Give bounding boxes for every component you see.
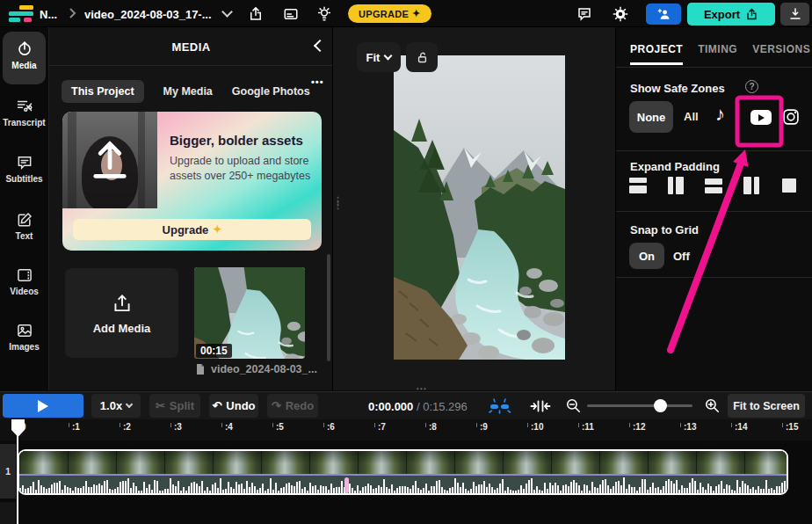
zoom-out-icon[interactable]	[565, 397, 582, 414]
captions-icon[interactable]	[283, 6, 299, 22]
current-time: 0:00.000	[368, 400, 413, 413]
media-panel-scrollbar[interactable]	[327, 254, 330, 361]
timeline: 0:1:2:3:4:5:6:7:8:9:10:11:12:13:14:15 1	[0, 419, 812, 524]
snap-to-grid-label: Snap to Grid	[630, 223, 699, 237]
upload-arrow-icon	[87, 135, 133, 186]
inspector-tabs: PROJECT TIMING VERSIONS	[630, 43, 810, 65]
chevron-down-icon[interactable]	[221, 6, 233, 18]
transcript-icon	[16, 98, 33, 115]
fit-to-screen-button[interactable]: Fit to Screen	[728, 394, 805, 418]
tab-google-photos[interactable]: Google Photos	[232, 80, 310, 103]
sidebar-item-videos[interactable]: Videos	[0, 266, 48, 296]
close-gap-icon[interactable]	[530, 398, 551, 414]
banner-upgrade-button[interactable]: Upgrade ✦	[73, 219, 311, 240]
download-button[interactable]	[780, 3, 809, 25]
timeline-zoom-slider[interactable]	[587, 404, 692, 407]
video-preview[interactable]	[394, 55, 565, 360]
add-collaborator-button[interactable]	[646, 4, 681, 25]
videos-icon	[16, 266, 33, 284]
export-label: Export	[704, 8, 740, 21]
banner-title: Bigger, bolder assets	[170, 133, 315, 148]
fit-dropdown[interactable]: Fit	[357, 42, 401, 72]
safe-zone-none-button[interactable]: None	[629, 101, 673, 133]
undo-button[interactable]: ↶ Undo	[209, 394, 258, 418]
export-share-icon	[745, 8, 758, 21]
panel-resize-handle[interactable]: ⋮⋮	[333, 199, 343, 207]
tab-timing[interactable]: TIMING	[698, 43, 737, 65]
share-icon[interactable]	[248, 6, 264, 22]
padding-all-icon[interactable]	[780, 177, 798, 194]
comments-icon[interactable]	[576, 6, 592, 22]
breadcrumb-project-name[interactable]: video_2024-08-03_17-...	[84, 8, 212, 21]
snap-on-button[interactable]: On	[629, 243, 664, 269]
upgrade-label: UPGRADE	[359, 9, 409, 19]
audio-waveform	[19, 476, 787, 493]
media-tabs: This Project My Media Google Photos	[62, 80, 310, 103]
playback-speed-dropdown[interactable]: 1.0x	[91, 394, 141, 418]
play-button[interactable]	[3, 394, 83, 418]
preview-video-frame	[394, 55, 565, 360]
zoom-slider-knob[interactable]	[654, 399, 667, 412]
media-panel-title: MEDIA	[49, 40, 333, 54]
upgrade-banner[interactable]: Bigger, bolder assets Upgrade to upload …	[62, 112, 322, 251]
text-edit-icon	[16, 211, 33, 229]
unlock-aspect-button[interactable]	[406, 42, 438, 72]
inspector-panel: PROJECT TIMING VERSIONS Show Safe Zones …	[615, 27, 812, 390]
youtube-icon[interactable]	[750, 110, 772, 125]
scissors-icon: ✂	[156, 399, 165, 412]
playhead-marker[interactable]	[11, 419, 25, 438]
tab-my-media[interactable]: My Media	[163, 80, 213, 103]
sidebar-item-media[interactable]: Media	[3, 32, 46, 84]
banner-description: Upgrade to upload and store assets over …	[170, 154, 317, 184]
padding-left-icon[interactable]	[667, 177, 685, 194]
sidebar-item-label: Images	[0, 342, 48, 352]
file-icon	[195, 363, 206, 375]
export-button[interactable]: Export	[687, 3, 775, 25]
sidebar-item-images[interactable]: Images	[0, 322, 48, 352]
download-icon	[788, 7, 802, 21]
top-bar: N... video_2024-08-03_17-... UPGRADE ✦ E…	[0, 0, 812, 27]
person-plus-icon	[656, 7, 671, 22]
settings-gear-icon[interactable]	[613, 6, 628, 22]
tiktok-icon[interactable]: ♪	[715, 103, 725, 126]
help-icon[interactable]: ?	[745, 80, 758, 93]
idea-bulb-icon[interactable]	[316, 6, 332, 22]
sidebar-item-text[interactable]: Text	[0, 211, 48, 241]
breadcrumb-root[interactable]: N...	[40, 8, 57, 21]
redo-button[interactable]: ↷ Redo	[267, 394, 318, 418]
safe-zone-all-button[interactable]: All	[684, 110, 699, 123]
undo-label: Undo	[226, 399, 255, 412]
tab-this-project[interactable]: This Project	[62, 80, 144, 103]
track-label: 1	[0, 444, 16, 499]
zoom-in-icon[interactable]	[704, 397, 721, 414]
sparkle-icon: ✦	[213, 223, 221, 236]
clip-filename-row[interactable]: video_2024-08-03_...	[195, 363, 355, 375]
padding-vertical-icon[interactable]	[705, 177, 722, 194]
sidebar-item-label: Text	[0, 231, 48, 241]
expand-padding-label: Expand Padding	[630, 160, 720, 173]
sidebar-item-subtitles[interactable]: Subtitles	[0, 154, 48, 184]
timeline-clip[interactable]	[18, 449, 788, 495]
fit-label: Fit	[366, 51, 381, 64]
padding-top-icon[interactable]	[629, 177, 647, 194]
timeline-ruler[interactable]: 0:1:2:3:4:5:6:7:8:9:10:11:12:13:14:15	[0, 419, 812, 440]
tab-project[interactable]: PROJECT	[630, 43, 683, 65]
snap-off-button[interactable]: Off	[673, 250, 690, 263]
tab-versions[interactable]: VERSIONS	[752, 43, 810, 65]
scene-split-icon[interactable]	[488, 397, 512, 415]
instagram-icon[interactable]	[782, 108, 800, 126]
expand-padding-options	[629, 177, 798, 194]
add-media-card[interactable]: Add Media	[65, 268, 178, 358]
divider	[616, 67, 812, 68]
divider	[616, 150, 812, 151]
sidebar-item-label: Videos	[0, 287, 48, 296]
more-options-icon[interactable]: •••	[311, 76, 324, 87]
app-logo-icon[interactable]	[9, 5, 33, 22]
divider	[616, 211, 812, 212]
upgrade-button[interactable]: UPGRADE ✦	[348, 4, 431, 23]
split-button[interactable]: ✂ Split	[149, 394, 200, 418]
media-panel: MEDIA This Project My Media Google Photo…	[48, 27, 332, 390]
split-label: Split	[170, 399, 194, 412]
sidebar-item-transcript[interactable]: Transcript	[0, 98, 48, 127]
padding-right-icon[interactable]	[743, 177, 760, 194]
